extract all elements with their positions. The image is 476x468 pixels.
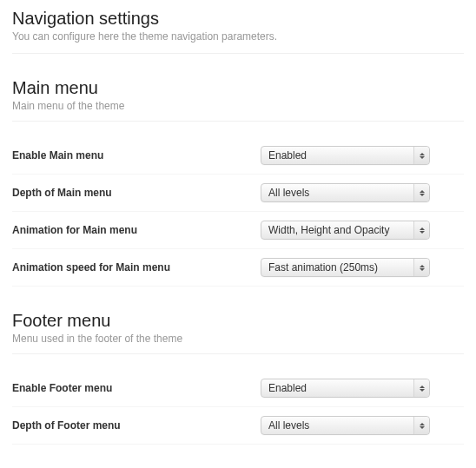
updown-icon (413, 379, 429, 397)
field-enable-footer-menu: Enable Footer menu Enabled (12, 370, 464, 407)
select-depth-main-menu[interactable]: All levels (261, 183, 430, 202)
page-description: You can configure here the theme navigat… (12, 30, 464, 43)
group-description-footer-menu: Menu used in the footer of the theme (12, 333, 464, 345)
field-label: Depth of Main menu (12, 187, 261, 199)
page-header: Navigation settings You can configure he… (12, 9, 464, 54)
field-depth-footer-menu: Depth of Footer menu All levels (12, 407, 464, 445)
select-enable-footer-menu[interactable]: Enabled (261, 379, 430, 398)
updown-icon (413, 221, 429, 239)
select-value: All levels (268, 419, 309, 432)
updown-icon (413, 417, 429, 434)
group-header-footer-menu: Footer menu Menu used in the footer of t… (12, 311, 464, 354)
group-description-main-menu: Main menu of the theme (12, 100, 464, 112)
updown-icon (413, 259, 429, 276)
field-animation-main-menu: Animation for Main menu Width, Height an… (12, 212, 464, 249)
group-header-main-menu: Main menu Main menu of the theme (12, 78, 464, 122)
group-title-main-menu: Main menu (12, 78, 464, 98)
field-label: Animation speed for Main menu (12, 261, 261, 274)
field-label: Depth of Footer menu (12, 419, 261, 432)
field-animation-speed-main-menu: Animation speed for Main menu Fast anima… (12, 249, 464, 287)
updown-icon (413, 184, 429, 201)
select-value: All levels (268, 187, 309, 199)
field-enable-main-menu: Enable Main menu Enabled (12, 137, 464, 175)
select-depth-footer-menu[interactable]: All levels (261, 416, 430, 435)
page-title: Navigation settings (12, 9, 464, 29)
group-title-footer-menu: Footer menu (12, 311, 464, 331)
field-label: Enable Footer menu (12, 382, 261, 394)
field-label: Enable Main menu (12, 149, 261, 161)
field-depth-main-menu: Depth of Main menu All levels (12, 175, 464, 212)
select-value: Width, Height and Opacity (268, 224, 389, 236)
select-animation-main-menu[interactable]: Width, Height and Opacity (261, 221, 430, 240)
updown-icon (413, 147, 429, 164)
select-value: Enabled (268, 149, 307, 161)
select-enable-main-menu[interactable]: Enabled (261, 146, 430, 165)
select-value: Fast animation (250ms) (268, 261, 378, 274)
field-label: Animation for Main menu (12, 224, 261, 236)
select-animation-speed-main-menu[interactable]: Fast animation (250ms) (261, 258, 430, 277)
select-value: Enabled (268, 382, 307, 394)
